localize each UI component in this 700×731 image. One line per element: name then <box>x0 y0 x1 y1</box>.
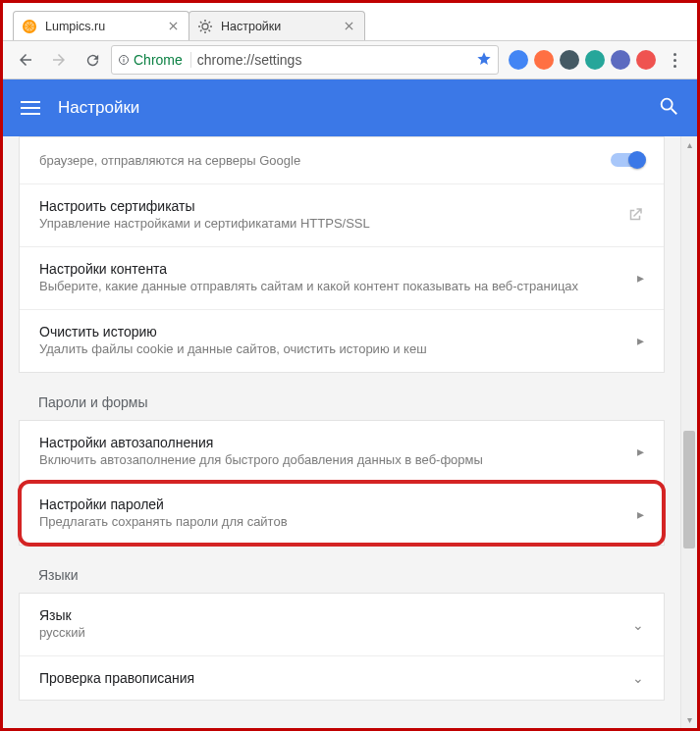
row-title: Проверка правописания <box>39 670 620 686</box>
svg-rect-24 <box>124 59 125 63</box>
row-autofill-settings[interactable]: Настройки автозаполнения Включить автоза… <box>20 421 664 483</box>
svg-line-18 <box>209 29 211 31</box>
row-sub: Предлагать сохранять пароли для сайтов <box>39 514 625 531</box>
toolbar: Chrome chrome://settings <box>3 40 697 79</box>
row-title: Настройки автозаполнения <box>39 435 625 450</box>
search-button[interactable] <box>658 95 679 121</box>
extension-icon[interactable] <box>560 50 579 70</box>
extensions-row <box>509 50 656 70</box>
svg-line-27 <box>672 109 677 115</box>
settings-header: Настройки <box>3 79 697 136</box>
close-icon[interactable] <box>341 19 356 34</box>
section-label-passwords: Пароли и формы <box>3 373 680 420</box>
extension-icon[interactable] <box>509 50 528 70</box>
url-text: chrome://settings <box>197 52 470 68</box>
row-sub: Управление настройками и сертификатами H… <box>39 216 615 233</box>
omnibox[interactable]: Chrome chrome://settings <box>111 45 499 75</box>
tab-settings[interactable]: Настройки <box>188 11 365 40</box>
scroll-down-icon[interactable]: ▾ <box>681 711 697 728</box>
section-label-languages: Языки <box>3 546 680 593</box>
svg-line-20 <box>200 29 202 31</box>
row-title: Настройки паролей <box>39 496 625 512</box>
row-spellcheck[interactable]: Проверка правописания ⌄ <box>20 655 664 700</box>
close-icon[interactable] <box>165 19 181 34</box>
row-sub: Удалить файлы cookie и данные сайтов, оч… <box>39 341 625 358</box>
svg-line-19 <box>209 22 211 24</box>
page-title: Настройки <box>58 98 640 118</box>
svg-point-26 <box>662 99 673 110</box>
scroll-thumb[interactable] <box>683 431 695 548</box>
row-title: Язык <box>39 607 620 623</box>
row-google-services[interactable]: браузере, отправляются на серверы Google <box>20 137 664 183</box>
extension-icon[interactable] <box>534 50 554 70</box>
chevron-down-icon: ⌄ <box>632 617 644 633</box>
back-button[interactable] <box>11 45 40 75</box>
chevron-right-icon: ▸ <box>637 270 644 286</box>
row-title: Настройки контента <box>39 261 625 277</box>
extension-icon[interactable] <box>585 50 605 70</box>
languages-card: Язык русский ⌄ Проверка правописания ⌄ <box>19 593 665 701</box>
toggle-switch[interactable] <box>611 153 644 167</box>
privacy-card: браузере, отправляются на серверы Google… <box>19 136 665 373</box>
chevron-right-icon: ▸ <box>637 506 644 522</box>
row-content-settings[interactable]: Настройки контента Выберите, какие данны… <box>20 246 664 309</box>
extension-icon[interactable] <box>611 50 630 70</box>
row-title: Настроить сертификаты <box>39 198 615 214</box>
bookmark-star-icon[interactable] <box>476 51 492 70</box>
scroll-up-icon[interactable]: ▴ <box>681 136 697 153</box>
row-sub: Включить автозаполнение для быстрого доб… <box>39 452 625 469</box>
scrollbar[interactable]: ▴ ▾ <box>680 136 697 728</box>
row-sub: русский <box>39 625 620 642</box>
hamburger-menu-button[interactable] <box>21 98 40 118</box>
svg-point-12 <box>202 24 208 29</box>
chevron-right-icon: ▸ <box>637 444 644 459</box>
reload-button[interactable] <box>78 45 107 75</box>
svg-line-17 <box>200 22 202 24</box>
tab-lumpics[interactable]: Lumpics.ru <box>13 11 189 40</box>
orange-slice-icon <box>22 19 37 34</box>
tab-title: Настройки <box>221 20 341 33</box>
row-title: Очистить историю <box>39 324 625 339</box>
row-password-settings[interactable]: Настройки паролей Предлагать сохранять п… <box>20 482 664 545</box>
passwords-card: Настройки автозаполнения Включить автоза… <box>19 420 665 547</box>
tabstrip: Lumpics.ru Настройки <box>3 7 697 40</box>
forward-button[interactable] <box>44 45 74 75</box>
tab-title: Lumpics.ru <box>45 20 165 33</box>
extension-icon[interactable] <box>636 50 656 70</box>
row-certificates[interactable]: Настроить сертификаты Управление настрой… <box>20 183 664 246</box>
security-chip: Chrome <box>118 52 191 68</box>
chip-label: Chrome <box>134 52 183 68</box>
external-link-icon <box>626 206 644 224</box>
row-clear-history[interactable]: Очистить историю Удалить файлы cookie и … <box>20 309 664 372</box>
settings-content: браузере, отправляются на серверы Google… <box>3 136 697 728</box>
svg-rect-25 <box>124 57 125 58</box>
row-sub: Выберите, какие данные отправлять сайтам… <box>39 279 625 295</box>
gear-icon <box>197 19 213 34</box>
row-sub: браузере, отправляются на серверы Google <box>39 153 599 170</box>
row-language[interactable]: Язык русский ⌄ <box>20 594 664 655</box>
info-icon <box>118 54 130 66</box>
app-window: Владыка Lumpics.ru Настройки <box>3 3 697 728</box>
kebab-menu-button[interactable] <box>660 45 689 75</box>
chevron-down-icon: ⌄ <box>632 670 644 686</box>
chevron-right-icon: ▸ <box>637 333 644 348</box>
